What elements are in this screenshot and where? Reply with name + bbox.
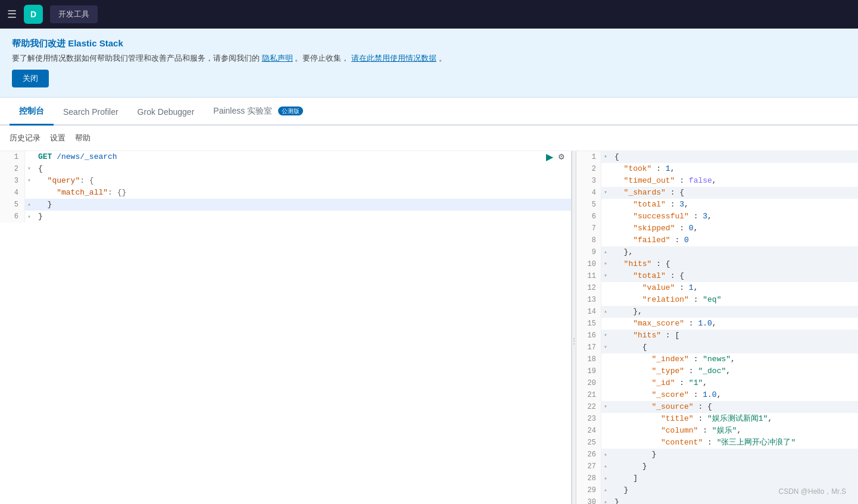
history-button[interactable]: 历史记录 bbox=[10, 130, 40, 146]
line-number-4: 4 bbox=[0, 187, 25, 199]
fold-5[interactable]: ▴ bbox=[25, 199, 33, 211]
output-line-28: 28 ▴ ] bbox=[576, 472, 858, 484]
output-line-5: 5 "total" : 3, bbox=[576, 199, 858, 211]
dev-tools-button[interactable]: 开发工具 bbox=[50, 5, 98, 23]
tab-console[interactable]: 控制台 bbox=[10, 98, 54, 126]
fold-2[interactable]: ▾ bbox=[25, 163, 33, 175]
output-line-6: 6 "successful" : 3, bbox=[576, 211, 858, 223]
editor-line-1: 1 GET /news/_search ▶ ⚙ bbox=[0, 151, 571, 163]
fold-6[interactable]: ▴ bbox=[25, 211, 33, 223]
help-button[interactable]: 帮助 bbox=[75, 130, 91, 146]
line-number-3: 3 bbox=[0, 175, 25, 187]
stop-collection-link[interactable]: 请在此禁用使用情况数据 bbox=[351, 54, 436, 62]
output-line-16: 16 ▾ "hits" : [ bbox=[576, 330, 858, 342]
output-line-12: 12 "value" : 1, bbox=[576, 282, 858, 294]
editor-line-4: 4 "match_all": {} bbox=[0, 187, 571, 199]
output-line-30: 30 ▴ } bbox=[576, 496, 858, 504]
line-content-6[interactable]: } bbox=[33, 211, 571, 223]
line-content-5[interactable]: } bbox=[33, 199, 571, 211]
editor-line-5: 5 ▴ } bbox=[0, 199, 571, 211]
output-line-3: 3 "timed_out" : false, bbox=[576, 175, 858, 187]
editor-line-2: 2 ▾ { bbox=[0, 163, 571, 175]
run-button[interactable]: ▶ bbox=[545, 151, 554, 162]
logo-avatar: D bbox=[24, 5, 43, 24]
editor-line-6: 6 ▴ } bbox=[0, 211, 571, 223]
output-line-26: 26 ▴ } bbox=[576, 449, 858, 461]
output-line-25: 25 "content" : "张三上网开心冲浪了" bbox=[576, 437, 858, 449]
line-content-2[interactable]: { bbox=[33, 163, 571, 175]
line-number-5: 5 bbox=[0, 199, 25, 211]
output-line-20: 20 "_id" : "1", bbox=[576, 377, 858, 389]
output-line-19: 19 "_type" : "_doc", bbox=[576, 365, 858, 377]
output-line-10: 10 ▾ "hits" : { bbox=[576, 258, 858, 270]
output-line-18: 18 "_index" : "news", bbox=[576, 353, 858, 365]
fold-3[interactable]: ▾ bbox=[25, 175, 33, 187]
output-line-24: 24 "column" : "娱乐", bbox=[576, 425, 858, 437]
output-line-9: 9 ▴ }, bbox=[576, 246, 858, 258]
top-bar: ☰ D 开发工具 bbox=[0, 0, 858, 29]
output-line-4: 4 ▾ "_shards" : { bbox=[576, 187, 858, 199]
output-line-13: 13 "relation" : "eq" bbox=[576, 294, 858, 306]
hamburger-icon[interactable]: ☰ bbox=[7, 8, 17, 21]
tab-search-profiler[interactable]: Search Profiler bbox=[54, 99, 128, 126]
banner: 帮助我们改进 Elastic Stack 要了解使用情况数据如何帮助我们管理和改… bbox=[0, 29, 858, 98]
tab-painless[interactable]: Painless 实验室 公测版 bbox=[204, 98, 313, 126]
line-number-6: 6 bbox=[0, 211, 25, 223]
right-panel[interactable]: 1 ▾ { 2 "took" : 1, 3 "timed_out" : fals… bbox=[576, 151, 858, 504]
output-line-14: 14 ▴ }, bbox=[576, 306, 858, 318]
tab-grok-debugger[interactable]: Grok Debugger bbox=[128, 99, 204, 126]
output-line-27: 27 ▴ } bbox=[576, 461, 858, 472]
output-line-7: 7 "skipped" : 0, bbox=[576, 223, 858, 234]
line-number-2: 2 bbox=[0, 163, 25, 175]
output-line-17: 17 ▾ { bbox=[576, 342, 858, 353]
toolbar: 历史记录 设置 帮助 bbox=[0, 126, 858, 151]
resize-handle[interactable]: ⋮ bbox=[572, 151, 576, 504]
output-line-15: 15 "max_score" : 1.0, bbox=[576, 318, 858, 330]
beta-badge: 公测版 bbox=[278, 107, 303, 115]
output-line-11: 11 ▾ "total" : { bbox=[576, 270, 858, 282]
watermark: CSDN @Hello，Mr.S bbox=[778, 487, 846, 497]
banner-close-button[interactable]: 关闭 bbox=[12, 70, 49, 87]
output-line-1: 1 ▾ { bbox=[576, 151, 858, 163]
settings-button[interactable]: 设置 bbox=[50, 130, 65, 146]
line-content-3[interactable]: "query": { bbox=[33, 175, 571, 187]
privacy-link[interactable]: 隐私声明 bbox=[262, 54, 293, 62]
output-line-21: 21 "_score" : 1.0, bbox=[576, 389, 858, 401]
output-line-2: 2 "took" : 1, bbox=[576, 163, 858, 175]
output-line-22: 22 ▾ "_source" : { bbox=[576, 401, 858, 413]
editor-area: 1 GET /news/_search ▶ ⚙ 2 ▾ { 3 ▾ "query… bbox=[0, 151, 858, 504]
copy-button[interactable]: ⚙ bbox=[557, 152, 566, 161]
line-number-1: 1 bbox=[0, 151, 25, 163]
line-content-4[interactable]: "match_all": {} bbox=[33, 187, 571, 199]
code-editor[interactable]: 1 GET /news/_search ▶ ⚙ 2 ▾ { 3 ▾ "query… bbox=[0, 151, 571, 504]
banner-title: 帮助我们改进 Elastic Stack bbox=[12, 38, 846, 49]
line-content-1[interactable]: GET /news/_search bbox=[33, 151, 540, 163]
output-line-23: 23 "title" : "娱乐测试新闻1", bbox=[576, 413, 858, 425]
line-1-actions: ▶ ⚙ bbox=[540, 151, 571, 162]
banner-description: 要了解使用情况数据如何帮助我们管理和改善产品和服务，请参阅我们的 隐私声明 。要… bbox=[12, 53, 846, 64]
editor-line-3: 3 ▾ "query": { bbox=[0, 175, 571, 187]
output-line-8: 8 "failed" : 0 bbox=[576, 234, 858, 246]
left-panel: 1 GET /news/_search ▶ ⚙ 2 ▾ { 3 ▾ "query… bbox=[0, 151, 572, 504]
tab-bar: 控制台 Search Profiler Grok Debugger Painle… bbox=[0, 98, 858, 126]
